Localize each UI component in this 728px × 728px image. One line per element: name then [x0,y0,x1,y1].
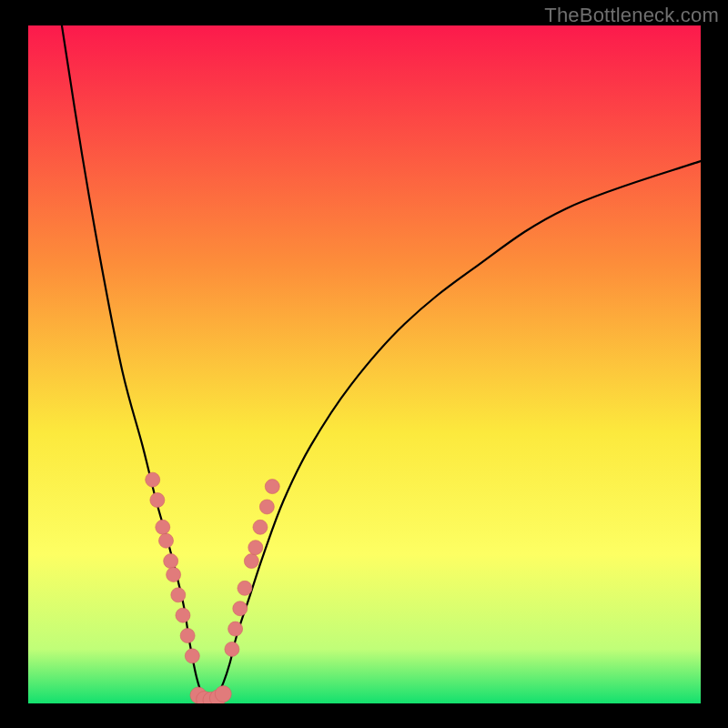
highlight-dot [156,520,170,534]
highlight-dot [225,642,239,656]
highlight-dot [146,472,160,487]
highlight-dot [167,567,181,581]
chart-frame: TheBottleneck.com [0,0,728,728]
highlight-dot [259,500,274,514]
highlight-dot [233,602,248,616]
highlight-dots-bottom [190,686,231,703]
highlight-dot [180,629,195,643]
highlight-dots-left [146,472,200,663]
chart-svg [28,25,701,703]
highlight-dots-right [225,480,279,657]
highlight-dot [185,649,199,663]
highlight-dot [150,493,165,508]
watermark-text: TheBottleneck.com [544,4,719,27]
highlight-dot [238,581,252,595]
highlight-dot [215,686,231,703]
highlight-dot [158,533,173,548]
curve-right-branch [210,161,701,703]
highlight-dot [248,541,263,555]
highlight-dot [253,520,268,534]
highlight-dot [265,480,279,494]
highlight-dot [244,554,258,569]
highlight-dot [176,608,190,622]
highlight-dot [171,588,186,602]
highlight-dot [164,554,178,569]
curve-left-branch [62,25,210,703]
highlight-dot [228,622,243,636]
plot-area [28,25,701,703]
